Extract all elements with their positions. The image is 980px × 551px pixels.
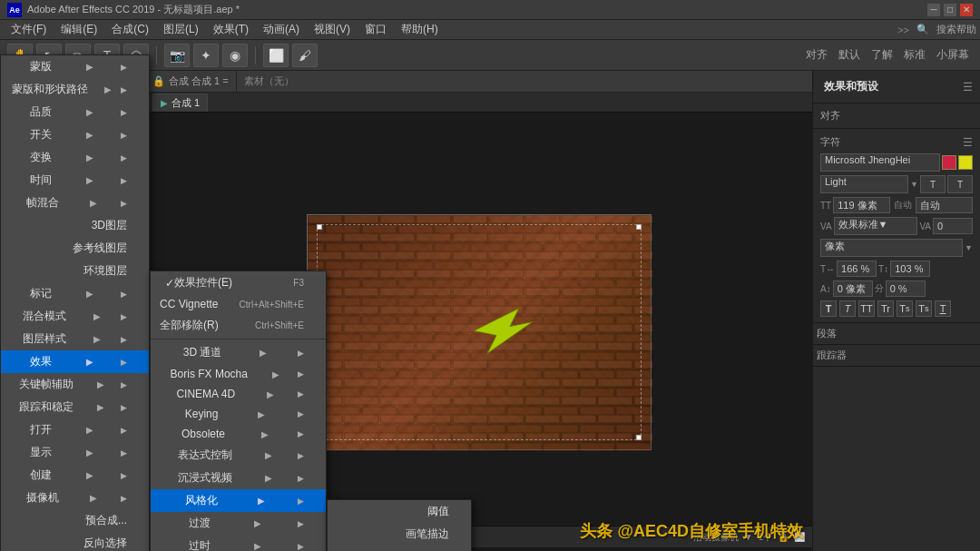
ctx-marker[interactable]: 标记▶ <box>1 282 149 305</box>
ctx-track[interactable]: 跟踪和稳定▶ <box>1 396 149 418</box>
menu-window[interactable]: 窗口 <box>358 20 394 39</box>
ctx-cc-vignette[interactable]: CC Vignette Ctrl+Alt+Shift+E <box>151 294 326 314</box>
ctx-frame-blend[interactable]: 帧混合▶ <box>1 192 149 214</box>
menu-file[interactable]: 文件(F) <box>4 20 54 39</box>
rp-sub-btn[interactable]: Ts <box>916 300 932 317</box>
ctx-remove-all[interactable]: 全部移除(R) Ctrl+Shift+E <box>151 314 326 337</box>
menu-compose[interactable]: 合成(C) <box>104 20 156 39</box>
ctx-transition[interactable]: 过渡▶ <box>151 512 326 535</box>
viewer-camera-label: 活动摄像机 <box>693 531 739 544</box>
stylize-submenu: 阈值 画笔描边 卡通 散布 CC Block Load CC Burn Film… <box>327 499 472 551</box>
ctx-cc-vignette-shortcut: Ctrl+Alt+Shift+E <box>240 300 304 310</box>
ctx-camera[interactable]: 摄像机▶ <box>1 487 149 509</box>
viewer-expand-btn[interactable]: ⬜ <box>794 532 805 542</box>
ctx-cartoon[interactable]: 卡通 <box>328 546 471 551</box>
search-icon: 🔍 <box>916 24 929 35</box>
menu-help[interactable]: 帮助(H) <box>394 20 446 39</box>
ctx-create[interactable]: 创建▶ <box>1 464 149 487</box>
rp-char-menu[interactable]: ☰ <box>963 136 973 149</box>
rp-tsume[interactable]: 0 % <box>886 280 926 297</box>
menu-effect[interactable]: 效果(T) <box>206 20 256 39</box>
window-title: Adobe After Effects CC 2019 - 无标题项目.aep … <box>27 3 927 16</box>
ctx-effect-controls[interactable]: ✓ 效果控件(E) F3 <box>151 271 326 294</box>
rp-font-option-2[interactable]: T <box>947 175 973 193</box>
rp-char-header: 字符 ☰ <box>817 133 976 152</box>
rp-font-size[interactable]: 119 像素 <box>833 197 890 213</box>
rp-line-height[interactable]: 自动 <box>916 197 973 213</box>
rp-bold-btn[interactable]: T <box>820 300 837 317</box>
ctx-3d-channel[interactable]: 3D 通道▶ <box>151 341 326 364</box>
ctx-brush-stroke[interactable]: 画笔描边 <box>328 523 471 546</box>
ctx-switch[interactable]: 开关▶ <box>1 123 149 146</box>
ctx-precomp[interactable]: 预合成... <box>1 509 149 532</box>
ctx-obsolete[interactable]: Obsolete▶ <box>151 424 326 444</box>
rp-super-btn[interactable]: Ts <box>897 300 913 317</box>
menu-view[interactable]: 视图(V) <box>307 20 358 39</box>
rp-effects-presets: 效果和预设 ☰ <box>813 71 980 103</box>
menu-anim[interactable]: 动画(A) <box>256 20 307 39</box>
menu-layer[interactable]: 图层(L) <box>156 20 206 39</box>
ctx-time[interactable]: 时间▶ <box>1 169 149 192</box>
rp-unit-select[interactable]: 像素 <box>820 239 963 257</box>
ctx-effect[interactable]: 效果▶ <box>1 350 149 373</box>
ctx-open[interactable]: 打开▶ <box>1 418 149 441</box>
ctx-remove-all-label: 全部移除(R) <box>160 318 240 333</box>
close-btn[interactable]: ✕ <box>960 4 973 16</box>
ctx-quality-arrow: ▶ <box>86 107 93 117</box>
rp-tracking-val[interactable]: 0 <box>933 218 973 234</box>
rp-color-swatch-s[interactable] <box>958 155 973 170</box>
rp-font-weight[interactable]: Light <box>820 175 908 193</box>
ctx-invert-sel[interactable]: 反向选择 <box>1 532 149 551</box>
ctx-effect-controls-label: 效果控件(E) <box>174 275 279 290</box>
handle-br[interactable] <box>636 435 642 440</box>
rp-font-name[interactable]: Microsoft JhengHei <box>820 153 940 172</box>
rp-h-scale[interactable]: 166 % <box>837 261 877 277</box>
ctx-immersive[interactable]: 沉浸式视频▶ <box>151 467 326 489</box>
rp-baseline[interactable]: 0 像素 <box>833 280 873 297</box>
right-panel: 效果和预设 ☰ 对齐 字符 ☰ Microsoft JhengHei Light… <box>812 71 980 551</box>
handle-tr[interactable] <box>636 224 642 230</box>
rp-ep-menu[interactable]: ☰ <box>963 81 973 93</box>
ctx-keyframe-arrow: ▶ <box>97 379 104 389</box>
ctx-env-layer[interactable]: 环境图层 <box>1 260 149 282</box>
rp-unit-row: 像素 ▼ <box>817 237 976 259</box>
ctx-check-icon: ✓ <box>165 277 174 290</box>
ctx-keyframe[interactable]: 关键帧辅助▶ <box>1 373 149 396</box>
menu-edit[interactable]: 编辑(E) <box>54 20 104 39</box>
ctx-obsolete2[interactable]: 过时▶ <box>151 535 326 551</box>
ctx-transform[interactable]: 变换▶ <box>1 146 149 169</box>
ctx-stylize[interactable]: 风格化▶ <box>151 489 326 512</box>
ctx-cinema4d[interactable]: CINEMA 4D▶ <box>151 384 326 404</box>
ctx-mask[interactable]: 蒙版▶ <box>1 55 149 78</box>
rp-char-title: 字符 <box>820 135 840 149</box>
rp-underline-btn[interactable]: T <box>935 300 951 317</box>
ctx-quality[interactable]: 品质▶ <box>1 101 149 123</box>
rp-italic-btn[interactable]: T <box>839 300 856 317</box>
ctx-boris[interactable]: Boris FX Mocha▶ <box>151 364 326 384</box>
ctx-3d-layer[interactable]: 3D图层 <box>1 214 149 237</box>
rp-small-caps-btn[interactable]: Tr <box>877 300 894 317</box>
ctx-blend-mode[interactable]: 混合模式▶ <box>1 305 149 328</box>
ctx-mask-shape[interactable]: 蒙版和形状路径▶ <box>1 78 149 101</box>
restore-btn[interactable]: □ <box>944 4 956 16</box>
rp-tracking-type[interactable]: 效果标准▼ <box>834 217 918 235</box>
viewer-camera-dropdown[interactable]: ▼ <box>744 532 753 542</box>
ctx-layer-style[interactable]: 图层样式▶ <box>1 328 149 350</box>
ctx-guide-layer[interactable]: 参考线图层 <box>1 237 149 260</box>
window-controls: ─ □ ✕ <box>927 4 973 16</box>
rp-v-scale[interactable]: 103 % <box>890 261 930 277</box>
rp-all-caps-btn[interactable]: TT <box>858 300 875 317</box>
viewer-lock-btn[interactable]: 🔒 <box>778 532 789 542</box>
ctx-keying[interactable]: Keying▶ <box>151 404 326 424</box>
rp-hor-scale: T↔ <box>820 264 835 274</box>
context-menu-overlay: 蒙版▶ 蒙版和形状路径▶ 品质▶ 开关▶ 变换▶ 时间▶ 帧混合▶ 3D图层 参… <box>0 54 472 551</box>
ctx-threshold[interactable]: 阈值 <box>328 500 471 523</box>
rp-size-icon: TT <box>820 201 831 211</box>
ctx-display[interactable]: 显示▶ <box>1 441 149 464</box>
rp-color-swatch-t[interactable] <box>942 155 956 170</box>
rp-track-icon-2: VA <box>919 221 931 231</box>
learn-label: 了解 <box>867 47 897 63</box>
ctx-expression[interactable]: 表达式控制▶ <box>151 444 326 467</box>
rp-font-option-1[interactable]: T <box>920 175 946 193</box>
minimize-btn[interactable]: ─ <box>927 4 940 16</box>
